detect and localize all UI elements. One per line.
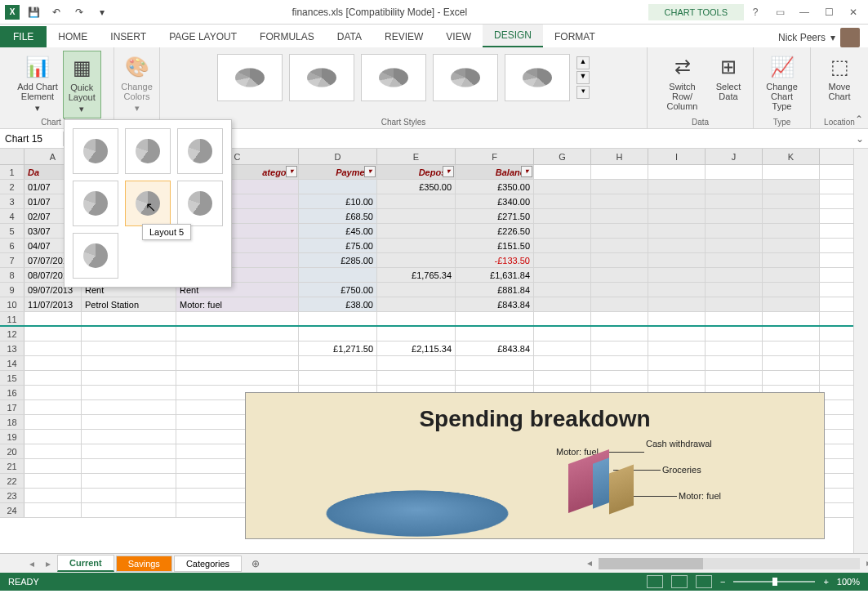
cell-K13[interactable] (763, 341, 820, 355)
cell-G11[interactable] (534, 312, 591, 325)
cell-E12[interactable] (377, 327, 456, 341)
sheet-tab-current[interactable]: Current (57, 555, 114, 572)
zoom-in-button[interactable]: + (823, 577, 828, 587)
cell-H2[interactable] (591, 180, 648, 194)
cell-D4[interactable]: £68.50 (299, 209, 377, 223)
cell-F3[interactable]: £340.00 (456, 194, 534, 208)
cell-B23[interactable] (82, 489, 176, 502)
cell-G7[interactable] (534, 253, 591, 267)
cell-J13[interactable] (706, 341, 763, 355)
zoom-slider[interactable] (733, 581, 815, 582)
cell-B21[interactable] (82, 459, 176, 473)
cell-G9[interactable] (534, 283, 591, 297)
cell-G3[interactable] (534, 194, 591, 208)
cell-F10[interactable]: £843.84 (456, 297, 534, 311)
cell-K9[interactable] (763, 283, 820, 297)
tab-page-layout[interactable]: PAGE LAYOUT (158, 26, 248, 47)
row-header-15[interactable]: 15 (0, 371, 24, 385)
row-header-16[interactable]: 16 (0, 386, 24, 399)
cell-G10[interactable] (534, 297, 591, 311)
cell-B11[interactable] (82, 312, 176, 325)
tab-file[interactable]: FILE (0, 26, 47, 47)
cell-H7[interactable] (591, 253, 648, 267)
cell-B16[interactable] (82, 386, 176, 399)
row-header-9[interactable]: 9 (0, 283, 24, 297)
cell-B22[interactable] (82, 474, 176, 488)
row-header-19[interactable]: 19 (0, 430, 24, 444)
tab-home[interactable]: HOME (47, 26, 99, 47)
cell-C15[interactable] (176, 371, 299, 385)
cell-A12[interactable] (24, 327, 82, 341)
cell-D8[interactable] (299, 268, 377, 282)
row-header-6[interactable]: 6 (0, 239, 24, 252)
filter-button-D[interactable]: ▾ (364, 166, 376, 177)
cell-G4[interactable] (534, 209, 591, 223)
cell-A21[interactable] (24, 459, 82, 473)
cell-H1[interactable] (591, 165, 648, 179)
cell-D14[interactable] (299, 356, 377, 370)
cell-H15[interactable] (591, 371, 648, 385)
cell-F4[interactable]: £271.50 (456, 209, 534, 223)
filter-button-F[interactable]: ▾ (521, 166, 532, 177)
layout-option-4[interactable] (73, 181, 118, 226)
cell-K11[interactable] (763, 312, 820, 325)
row-header-8[interactable]: 8 (0, 268, 24, 282)
cell-A19[interactable] (24, 430, 82, 444)
row-header-21[interactable]: 21 (0, 459, 24, 473)
cell-I5[interactable] (648, 224, 706, 238)
cell-A23[interactable] (24, 489, 82, 502)
cell-H6[interactable] (591, 239, 648, 252)
cell-K4[interactable] (763, 209, 820, 223)
row-header-12[interactable]: 12 (0, 327, 24, 341)
cell-D11[interactable] (299, 312, 377, 325)
cell-F14[interactable] (456, 356, 534, 370)
cell-G14[interactable] (534, 356, 591, 370)
col-header-E[interactable]: E (377, 149, 456, 164)
tab-data[interactable]: DATA (326, 26, 373, 47)
cell-I13[interactable] (648, 341, 706, 355)
cell-E7[interactable] (377, 253, 456, 267)
cell-B24[interactable] (82, 503, 176, 517)
cell-B14[interactable] (82, 356, 176, 370)
cell-H14[interactable] (591, 356, 648, 370)
layout-option-6[interactable] (177, 181, 223, 226)
cell-J11[interactable] (706, 312, 763, 325)
cell-H13[interactable] (591, 341, 648, 355)
cell-K8[interactable] (763, 268, 820, 282)
cell-E5[interactable] (377, 224, 456, 238)
cell-K1[interactable] (763, 165, 820, 179)
cell-J3[interactable] (706, 194, 763, 208)
select-data-button[interactable]: ⊞ Select Data (710, 51, 746, 114)
cell-K15[interactable] (763, 371, 820, 385)
formula-bar-expand[interactable]: ⌄ (852, 133, 868, 145)
tab-formulas[interactable]: FORMULAS (248, 26, 326, 47)
cell-A16[interactable] (24, 386, 82, 399)
row-header-1[interactable]: 1 (0, 165, 24, 179)
chart-style-1[interactable] (217, 54, 283, 101)
cell-G13[interactable] (534, 341, 591, 355)
cell-J10[interactable] (706, 297, 763, 311)
cell-G8[interactable] (534, 268, 591, 282)
styles-more[interactable]: ▾ (576, 86, 590, 99)
tab-format[interactable]: FORMAT (543, 26, 607, 47)
cell-E9[interactable] (377, 283, 456, 297)
cell-I8[interactable] (648, 268, 706, 282)
cell-E8[interactable]: £1,765.34 (377, 268, 456, 282)
qat-undo-button[interactable]: ↶ (47, 3, 65, 21)
styles-scroll-down[interactable]: ▼ (576, 71, 590, 84)
zoom-level[interactable]: 100% (837, 577, 860, 587)
cell-K12[interactable] (763, 327, 820, 341)
cell-I1[interactable] (648, 165, 706, 179)
cell-I4[interactable] (648, 209, 706, 223)
cell-I15[interactable] (648, 371, 706, 385)
layout-option-1[interactable] (73, 128, 118, 174)
cell-J12[interactable] (706, 327, 763, 341)
user-dropdown-icon[interactable]: ▾ (830, 32, 835, 43)
tab-view[interactable]: VIEW (434, 26, 483, 47)
cell-F2[interactable]: £350.00 (456, 180, 534, 194)
col-header-D[interactable]: D (299, 149, 377, 164)
cell-F6[interactable]: £151.50 (456, 239, 534, 252)
qat-save-button[interactable]: 💾 (24, 3, 42, 21)
chart-style-2[interactable] (289, 54, 354, 101)
sheet-nav-next[interactable]: ▸ (41, 558, 56, 569)
